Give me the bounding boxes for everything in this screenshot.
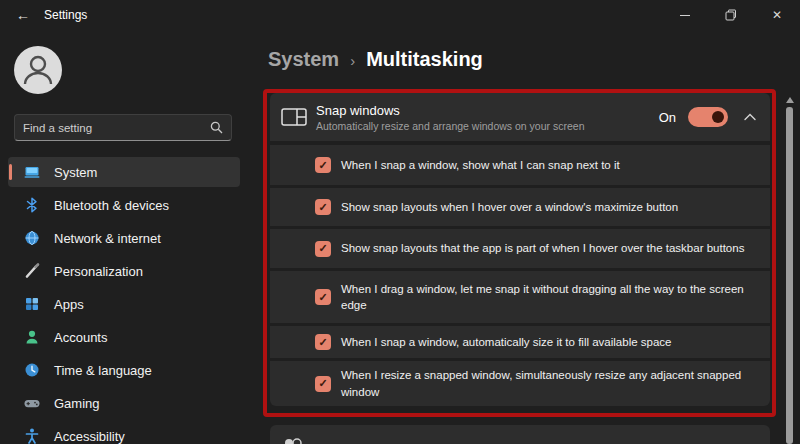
bluetooth-icon bbox=[23, 196, 41, 214]
close-button[interactable]: ✕ bbox=[754, 0, 800, 30]
check-icon: ✓ bbox=[318, 201, 327, 214]
sidebar-item-label: Personalization bbox=[54, 264, 143, 279]
sidebar-item-gaming[interactable]: Gaming bbox=[8, 388, 240, 418]
checkbox-checked[interactable]: ✓ bbox=[315, 289, 331, 305]
option-row-layouts-maximize[interactable]: ✓ Show snap layouts when I hover over a … bbox=[270, 188, 770, 226]
snap-windows-title: Snap windows bbox=[316, 103, 659, 118]
sidebar-item-bluetooth[interactable]: Bluetooth & devices bbox=[8, 190, 240, 220]
window-controls: ✕ bbox=[662, 0, 800, 30]
option-label: When I snap a window, automatically size… bbox=[341, 334, 671, 350]
breadcrumb: System › Multitasking bbox=[268, 48, 483, 71]
restore-button[interactable] bbox=[708, 0, 754, 30]
search-input[interactable] bbox=[15, 122, 210, 134]
snap-windows-toggle[interactable] bbox=[688, 107, 728, 127]
minimize-button[interactable] bbox=[662, 0, 708, 30]
sidebar-item-label: Accounts bbox=[54, 330, 107, 345]
snap-windows-icon bbox=[281, 107, 307, 127]
checkbox-checked[interactable]: ✓ bbox=[315, 334, 331, 350]
sidebar-nav: System Bluetooth & devices Network & int… bbox=[8, 157, 240, 444]
sidebar-item-network[interactable]: Network & internet bbox=[8, 223, 240, 253]
snap-windows-expander[interactable]: Snap windows Automatically resize and ar… bbox=[270, 93, 770, 141]
option-label: When I drag a window, let me snap it wit… bbox=[341, 281, 758, 313]
option-row-layouts-taskbar[interactable]: ✓ Show snap layouts that the app is part… bbox=[270, 229, 770, 268]
sidebar-item-time-language[interactable]: Time & language bbox=[8, 355, 240, 385]
option-label: When I snap a window, show what I can sn… bbox=[341, 157, 620, 173]
sidebar-item-label: Gaming bbox=[54, 396, 100, 411]
checkbox-checked[interactable]: ✓ bbox=[315, 199, 331, 215]
next-card-icon bbox=[284, 435, 302, 444]
page-title: Multitasking bbox=[366, 48, 483, 71]
breadcrumb-parent[interactable]: System bbox=[268, 48, 339, 71]
person-icon bbox=[14, 46, 62, 94]
search-icon[interactable] bbox=[210, 121, 223, 134]
brush-icon bbox=[23, 262, 41, 280]
user-avatar[interactable] bbox=[14, 46, 62, 94]
checkbox-checked[interactable]: ✓ bbox=[315, 157, 331, 173]
back-button[interactable]: ← bbox=[8, 3, 38, 27]
sidebar-item-accessibility[interactable]: Accessibility bbox=[8, 421, 240, 444]
clock-icon bbox=[23, 361, 41, 379]
check-icon: ✓ bbox=[318, 377, 327, 390]
sidebar-item-accounts[interactable]: Accounts bbox=[8, 322, 240, 352]
sidebar-item-label: Network & internet bbox=[54, 231, 161, 246]
checkbox-checked[interactable]: ✓ bbox=[315, 376, 331, 392]
sidebar-item-system[interactable]: System bbox=[8, 157, 240, 187]
app-title: Settings bbox=[44, 8, 87, 22]
option-row-snap-show-next[interactable]: ✓ When I snap a window, show what I can … bbox=[270, 145, 770, 185]
toggle-state-label: On bbox=[659, 110, 676, 125]
close-icon: ✕ bbox=[772, 8, 782, 22]
check-icon: ✓ bbox=[318, 159, 327, 172]
sidebar-item-label: Accessibility bbox=[54, 429, 125, 444]
sidebar-item-label: Bluetooth & devices bbox=[54, 198, 169, 213]
sidebar-item-label: Apps bbox=[54, 297, 84, 312]
option-row-drag-snap[interactable]: ✓ When I drag a window, let me snap it w… bbox=[270, 271, 770, 323]
snap-windows-text: Snap windows Automatically resize and ar… bbox=[316, 103, 659, 132]
system-icon bbox=[23, 163, 41, 181]
sidebar-item-personalization[interactable]: Personalization bbox=[8, 256, 240, 286]
option-label: Show snap layouts that the app is part o… bbox=[341, 240, 744, 256]
next-settings-card[interactable] bbox=[270, 425, 770, 444]
option-row-auto-size[interactable]: ✓ When I snap a window, automatically si… bbox=[270, 326, 770, 358]
restore-icon bbox=[725, 9, 737, 21]
titlebar: ← Settings ✕ bbox=[0, 0, 800, 30]
apps-grid-icon bbox=[23, 295, 41, 313]
sidebar-item-label: System bbox=[54, 165, 97, 180]
chevron-up-icon[interactable] bbox=[744, 113, 756, 121]
selected-accent-bar bbox=[9, 164, 12, 180]
check-icon: ✓ bbox=[318, 291, 327, 304]
sidebar-item-label: Time & language bbox=[54, 363, 152, 378]
back-arrow-icon: ← bbox=[16, 7, 30, 23]
snap-windows-subtitle: Automatically resize and arrange windows… bbox=[316, 120, 659, 132]
controller-icon bbox=[23, 394, 41, 412]
option-label: Show snap layouts when I hover over a wi… bbox=[341, 199, 678, 215]
globe-icon bbox=[23, 229, 41, 247]
account-person-icon bbox=[23, 328, 41, 346]
option-row-simultaneous-resize[interactable]: ✓ When I resize a snapped window, simult… bbox=[270, 361, 770, 406]
breadcrumb-separator-icon: › bbox=[350, 52, 355, 69]
search-box bbox=[14, 114, 232, 141]
sidebar-item-apps[interactable]: Apps bbox=[8, 289, 240, 319]
scrollbar-up-arrow-icon[interactable] bbox=[786, 97, 794, 103]
minimize-icon bbox=[680, 15, 690, 16]
option-label: When I resize a snapped window, simultan… bbox=[341, 367, 758, 399]
check-icon: ✓ bbox=[318, 336, 327, 349]
accessibility-person-icon bbox=[23, 427, 41, 444]
checkbox-checked[interactable]: ✓ bbox=[315, 241, 331, 257]
scrollbar-thumb[interactable] bbox=[786, 107, 793, 444]
toggle-knob bbox=[712, 111, 724, 123]
check-icon: ✓ bbox=[318, 242, 327, 255]
